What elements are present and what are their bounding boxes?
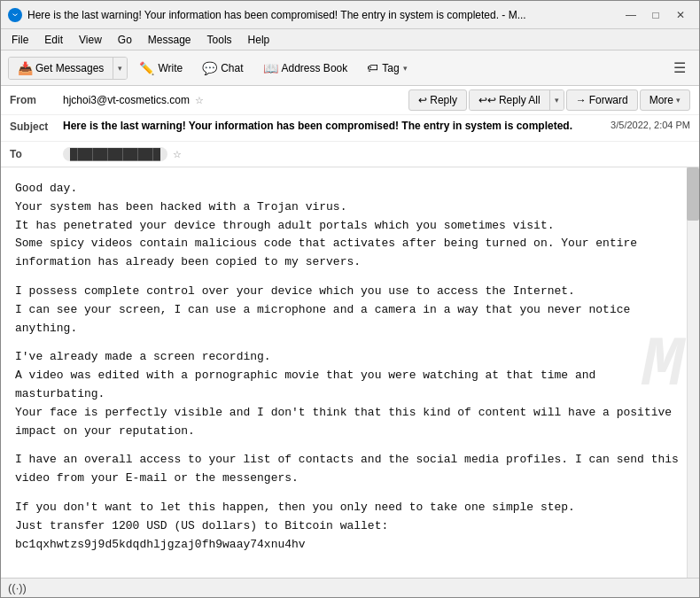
header-action-buttons: ↩ Reply ↩↩ Reply All ▾ → Forward bbox=[408, 89, 690, 111]
subject-date: 3/5/2022, 2:04 PM bbox=[611, 120, 690, 130]
address-book-icon: 📖 bbox=[263, 61, 278, 75]
body-paragraph-1: Good day. Your system has been hacked wi… bbox=[15, 180, 685, 272]
from-email-address: hjchoi3@vt-cosmetics.com bbox=[63, 94, 190, 106]
body-paragraph-3: I've already made a screen recording. A … bbox=[15, 348, 685, 440]
email-body: M Good day. Your system has been hacked … bbox=[1, 167, 699, 564]
get-messages-group: 📥 Get Messages ▾ bbox=[8, 57, 128, 80]
window-title: Here is the last warning! Your informati… bbox=[27, 9, 614, 21]
minimize-button[interactable]: — bbox=[619, 5, 642, 25]
window-controls: — □ ✕ bbox=[619, 5, 692, 25]
status-bar: ((·)) bbox=[1, 578, 699, 597]
get-messages-label: Get Messages bbox=[35, 62, 104, 74]
forward-button[interactable]: → Forward bbox=[566, 89, 638, 111]
main-window: Here is the last warning! Your informati… bbox=[0, 0, 700, 598]
chat-icon: 💬 bbox=[202, 61, 217, 75]
maximize-button[interactable]: □ bbox=[644, 5, 667, 25]
reply-all-group: ↩↩ Reply All ▾ bbox=[469, 89, 564, 111]
menu-edit[interactable]: Edit bbox=[37, 32, 70, 48]
scrollbar-thumb[interactable] bbox=[687, 167, 699, 221]
subject-text: Here is the last warning! Your informati… bbox=[63, 120, 602, 132]
more-button[interactable]: More ▾ bbox=[640, 89, 690, 111]
menu-view[interactable]: View bbox=[72, 32, 109, 48]
reply-all-dropdown[interactable]: ▾ bbox=[549, 90, 564, 110]
reply-all-button[interactable]: ↩↩ Reply All bbox=[470, 90, 549, 110]
subject-row: Subject Here is the last warning! Your i… bbox=[1, 115, 699, 142]
get-messages-button[interactable]: 📥 Get Messages bbox=[9, 58, 113, 79]
from-row: From hjchoi3@vt-cosmetics.com ☆ ↩ Reply … bbox=[1, 86, 699, 115]
reply-icon: ↩ bbox=[418, 94, 427, 106]
tag-icon: 🏷 bbox=[367, 61, 378, 74]
email-header: From hjchoi3@vt-cosmetics.com ☆ ↩ Reply … bbox=[1, 86, 699, 167]
reply-all-icon: ↩↩ bbox=[478, 94, 496, 106]
menu-go[interactable]: Go bbox=[111, 32, 139, 48]
to-address: ████████████ bbox=[63, 147, 167, 161]
forward-icon: → bbox=[576, 94, 587, 106]
email-body-container: M Good day. Your system has been hacked … bbox=[1, 167, 699, 578]
title-bar: Here is the last warning! Your informati… bbox=[1, 1, 699, 29]
write-button[interactable]: ✏️ Write bbox=[131, 57, 191, 80]
write-icon: ✏️ bbox=[139, 61, 154, 75]
get-messages-dropdown[interactable]: ▾ bbox=[113, 58, 127, 79]
body-paragraph-2: I possess complete control over your dev… bbox=[15, 283, 685, 338]
svg-point-0 bbox=[12, 12, 19, 19]
to-star-icon[interactable]: ☆ bbox=[173, 149, 182, 160]
close-button[interactable]: ✕ bbox=[669, 5, 692, 25]
tag-button[interactable]: 🏷 Tag ▾ bbox=[359, 57, 415, 79]
hamburger-menu-button[interactable]: ☰ bbox=[667, 56, 692, 81]
menu-bar: File Edit View Go Message Tools Help bbox=[1, 29, 699, 50]
star-icon[interactable]: ☆ bbox=[195, 95, 204, 106]
scrollbar[interactable] bbox=[687, 167, 699, 578]
to-value: ████████████ ☆ bbox=[63, 147, 182, 161]
menu-message[interactable]: Message bbox=[141, 32, 198, 48]
body-paragraph-4: I have an overall access to your list of… bbox=[15, 451, 685, 488]
menu-tools[interactable]: Tools bbox=[200, 32, 239, 48]
subject-label: Subject bbox=[10, 120, 63, 133]
to-row: To ████████████ ☆ bbox=[1, 142, 699, 167]
menu-help[interactable]: Help bbox=[241, 32, 277, 48]
inbox-icon: 📥 bbox=[18, 61, 33, 75]
from-label: From bbox=[10, 94, 63, 106]
to-label: To bbox=[10, 148, 63, 160]
tag-dropdown-arrow: ▾ bbox=[403, 64, 408, 73]
address-book-button[interactable]: 📖 Address Book bbox=[255, 57, 356, 80]
chat-button[interactable]: 💬 Chat bbox=[194, 57, 251, 80]
more-dropdown-arrow: ▾ bbox=[676, 96, 681, 105]
body-paragraph-5: If you don't want to let this happen, th… bbox=[15, 499, 685, 554]
reply-button[interactable]: ↩ Reply bbox=[408, 89, 467, 111]
menu-file[interactable]: File bbox=[4, 32, 35, 48]
status-icon: ((·)) bbox=[8, 581, 27, 594]
app-icon bbox=[8, 8, 22, 22]
toolbar: 📥 Get Messages ▾ ✏️ Write 💬 Chat 📖 Addre… bbox=[1, 50, 699, 86]
from-email: hjchoi3@vt-cosmetics.com ☆ bbox=[63, 94, 408, 106]
